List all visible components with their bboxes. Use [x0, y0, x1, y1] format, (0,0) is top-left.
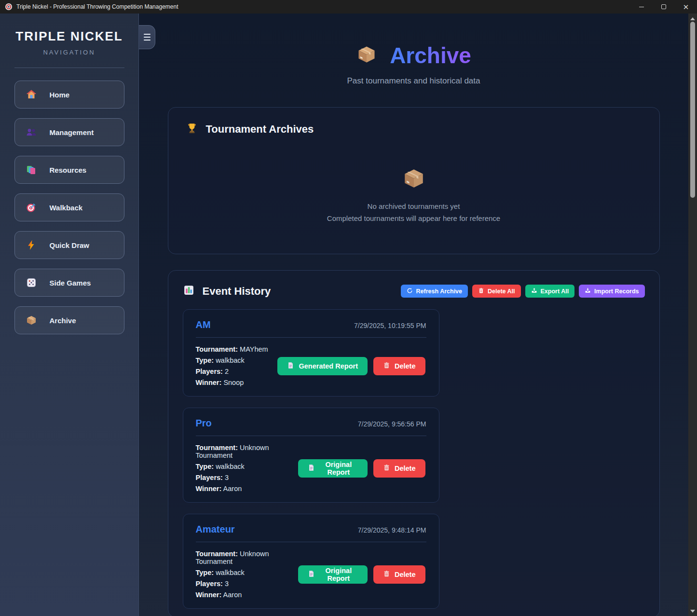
report-button[interactable]: Original Report	[298, 565, 368, 584]
dart-target-icon	[26, 202, 37, 213]
import-icon	[585, 287, 591, 295]
sidebar-item-label: Walkback	[50, 204, 83, 212]
app-content: TRIPLE NICKEL NAVIGATION Home	[0, 14, 697, 616]
event-players: Players: 3	[196, 580, 298, 588]
archives-empty-line1: No archived tournaments yet	[186, 202, 642, 210]
sidebar-item-label: Resources	[50, 166, 87, 174]
event-players: Players: 3	[196, 474, 298, 481]
target-icon	[5, 3, 13, 11]
report-button[interactable]: Generated Report	[277, 357, 367, 375]
archives-empty-line2: Completed tournaments will appear here f…	[186, 214, 642, 222]
event-history-card: Event History Refresh Archive	[168, 270, 660, 616]
box-icon	[26, 315, 37, 326]
sidebar-item-side-games[interactable]: Side Games	[14, 269, 124, 297]
sidebar-item-label: Quick Draw	[50, 241, 90, 249]
bar-chart-icon	[183, 284, 195, 298]
history-actions: Refresh Archive	[401, 285, 645, 298]
window-title: Triple Nickel - Professional Throwing Co…	[16, 3, 178, 10]
history-title: Event History	[203, 285, 271, 298]
sidebar-item-management[interactable]: Management	[14, 118, 124, 146]
lightning-icon	[26, 239, 37, 251]
event-timestamp: 7/29/2025, 9:56:56 PM	[358, 420, 426, 428]
title-bar: Triple Nickel - Professional Throwing Co…	[0, 0, 697, 14]
divider	[196, 542, 426, 542]
dice-icon	[26, 277, 37, 288]
sidebar-item-archive[interactable]: Archive	[14, 306, 124, 334]
event-card: Pro 7/29/2025, 9:56:56 PM Tournament: Un…	[183, 408, 439, 503]
close-button[interactable]: ✕	[675, 0, 697, 14]
event-card: AM 7/29/2025, 10:19:55 PM Tournament: MA…	[183, 309, 439, 397]
event-type: Type: walkback	[196, 356, 268, 364]
delete-all-button[interactable]: Delete All	[472, 285, 521, 298]
event-type: Type: walkback	[196, 463, 298, 470]
app-window: Triple Nickel - Professional Throwing Co…	[0, 0, 697, 616]
refresh-icon	[407, 287, 413, 295]
page-subtitle: Past tournaments and historical data	[168, 76, 660, 86]
trash-icon	[478, 287, 484, 295]
event-timestamp: 7/29/2025, 9:48:14 PM	[358, 526, 426, 534]
document-icon	[287, 362, 294, 370]
page-title: Archive	[390, 42, 471, 68]
vertical-scrollbar[interactable]	[688, 14, 697, 616]
box-icon	[402, 166, 426, 191]
scroll-down-arrow[interactable]	[688, 607, 697, 615]
main-content: Archive Past tournaments and historical …	[139, 14, 688, 616]
sidebar-item-label: Management	[50, 128, 94, 137]
box-icon	[356, 44, 377, 67]
event-timestamp: 7/29/2025, 10:19:55 PM	[354, 322, 426, 329]
trophy-icon	[186, 122, 198, 137]
sidebar-item-home[interactable]: Home	[14, 81, 124, 109]
refresh-archive-button[interactable]: Refresh Archive	[401, 285, 468, 298]
divider	[196, 436, 426, 436]
maximize-button[interactable]	[653, 0, 675, 14]
event-winner: Winner: Aaron	[196, 485, 298, 493]
delete-button[interactable]: Delete	[373, 459, 425, 478]
event-name: AM	[196, 319, 211, 330]
tournament-archives-card: Tournament Archives No ar	[168, 107, 660, 254]
event-tournament: Tournament: Unknown Tournament	[196, 444, 298, 459]
delete-button[interactable]: Delete	[373, 565, 425, 584]
delete-button[interactable]: Delete	[373, 357, 425, 375]
event-name: Amateur	[196, 524, 235, 535]
trash-icon	[383, 362, 390, 370]
sidebar-item-quick-draw[interactable]: Quick Draw	[14, 231, 124, 259]
trash-icon	[383, 570, 390, 579]
event-winner: Winner: Aaron	[196, 591, 298, 599]
sidebar-item-label: Home	[50, 91, 70, 99]
sidebar-item-resources[interactable]: Resources	[14, 156, 124, 184]
sidebar-item-label: Side Games	[50, 279, 91, 287]
event-tournament: Tournament: MAYhem	[196, 345, 268, 353]
document-icon	[308, 464, 315, 473]
event-card: Amateur 7/29/2025, 9:48:14 PM Tournament…	[183, 514, 439, 609]
scrollbar-thumb[interactable]	[690, 22, 695, 198]
divider	[196, 337, 426, 338]
export-all-button[interactable]: Export All	[525, 285, 575, 298]
sidebar-nav: Home Management	[0, 81, 138, 334]
import-records-button[interactable]: Import Records	[579, 285, 644, 298]
sidebar-divider	[14, 68, 124, 68]
sidebar-toggle-button[interactable]	[139, 25, 155, 49]
people-icon	[26, 126, 37, 138]
sidebar-subtitle: NAVIGATION	[0, 49, 138, 56]
document-icon	[308, 570, 315, 579]
sidebar-item-label: Archive	[50, 316, 76, 325]
home-icon	[26, 89, 37, 100]
event-tournament: Tournament: Unknown Tournament	[196, 550, 298, 565]
sidebar-title: TRIPLE NICKEL	[0, 29, 138, 44]
page-header: Archive Past tournaments and historical …	[168, 14, 660, 86]
event-name: Pro	[196, 418, 212, 429]
books-icon	[26, 164, 37, 176]
minimize-button[interactable]	[630, 0, 653, 14]
trash-icon	[383, 464, 390, 473]
archives-empty-state: No archived tournaments yet Completed to…	[186, 166, 642, 222]
report-button[interactable]: Original Report	[298, 459, 368, 478]
event-players: Players: 2	[196, 368, 268, 375]
export-icon	[531, 287, 537, 295]
event-type: Type: walkback	[196, 569, 298, 576]
sidebar-item-walkback[interactable]: Walkback	[14, 193, 124, 221]
archives-title: Tournament Archives	[206, 123, 314, 136]
sidebar: TRIPLE NICKEL NAVIGATION Home	[0, 14, 139, 616]
event-winner: Winner: Snoop	[196, 379, 268, 386]
